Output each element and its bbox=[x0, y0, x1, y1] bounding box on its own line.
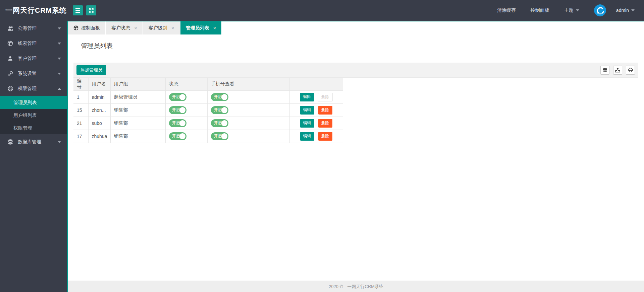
phone-view-toggle[interactable]: 开启 bbox=[211, 132, 228, 140]
sidebar-subitem-admin-list[interactable]: 管理员列表 bbox=[0, 96, 67, 109]
toggle-label: 开启 bbox=[172, 107, 180, 113]
sidebar-item-leads[interactable]: 线索管理 bbox=[0, 36, 67, 51]
sidebar-subitem-user-group-list[interactable]: 用户组列表 bbox=[0, 109, 67, 122]
column-header: 用户组 bbox=[110, 78, 165, 90]
toggle-label: 开启 bbox=[172, 120, 180, 126]
row-status-cell: 开启 bbox=[165, 117, 207, 130]
main-area: 控制面板客户状态×客户级别×管理员列表× 管理员列表 添加管理员 编号用户名用户… bbox=[68, 21, 644, 292]
tab-label: 管理员列表 bbox=[186, 25, 209, 31]
delete-button[interactable]: 删除 bbox=[318, 132, 332, 141]
add-admin-button[interactable]: 添加管理员 bbox=[76, 65, 106, 75]
user-dropdown[interactable]: admin bbox=[616, 8, 635, 13]
username: admin bbox=[616, 8, 629, 13]
export-button[interactable] bbox=[613, 66, 622, 75]
columns-icon bbox=[602, 67, 608, 73]
row-empty-cell bbox=[343, 117, 638, 130]
row-empty-cell bbox=[343, 130, 638, 143]
print-button[interactable] bbox=[626, 66, 635, 75]
table-header-row: 编号用户名用户组状态手机号查看 bbox=[73, 78, 638, 90]
page-title: 管理员列表 bbox=[77, 42, 116, 50]
status-toggle[interactable]: 开启 bbox=[169, 93, 186, 101]
chevron-down-icon bbox=[58, 43, 61, 45]
row-status-cell: 开启 bbox=[165, 103, 207, 117]
row-status-cell: 开启 bbox=[165, 130, 207, 143]
print-icon bbox=[628, 67, 633, 73]
collapse-menu-button[interactable] bbox=[73, 5, 83, 15]
chevron-down-icon bbox=[576, 9, 579, 11]
toggle-knob bbox=[221, 120, 227, 126]
close-icon[interactable]: × bbox=[171, 25, 174, 30]
edit-button[interactable]: 编辑 bbox=[300, 106, 314, 115]
database-icon bbox=[7, 139, 13, 145]
permission-icon bbox=[7, 86, 13, 92]
sidebar-submenu-permissions: 管理员列表用户组列表权限管理 bbox=[0, 96, 67, 134]
sidebar-item-system-settings[interactable]: 系统设置 bbox=[0, 66, 67, 81]
delete-button[interactable]: 删除 bbox=[318, 119, 332, 128]
row-phone-view-cell: 开启 bbox=[207, 117, 289, 130]
columns-button[interactable] bbox=[600, 66, 609, 75]
export-icon bbox=[615, 67, 621, 73]
delete-button[interactable]: 删除 bbox=[318, 106, 332, 115]
row-id: 15 bbox=[73, 103, 88, 117]
row-id: 1 bbox=[73, 90, 88, 103]
column-header: 用户名 bbox=[88, 78, 110, 90]
row-group: 超级管理员 bbox=[110, 90, 165, 103]
dashboard-link[interactable]: 控制面板 bbox=[531, 7, 549, 13]
phone-view-toggle[interactable]: 开启 bbox=[211, 93, 228, 101]
sidebar-item-label: 客户管理 bbox=[18, 56, 58, 62]
status-toggle[interactable]: 开启 bbox=[169, 119, 186, 127]
row-group: 销售部 bbox=[110, 103, 165, 117]
sidebar-subitem-permission-mgmt[interactable]: 权限管理 bbox=[0, 122, 67, 134]
row-username: admin bbox=[88, 90, 110, 103]
chevron-down-icon bbox=[58, 27, 61, 29]
close-icon[interactable]: × bbox=[134, 25, 137, 30]
table-toolbar: 添加管理员 bbox=[73, 63, 638, 78]
toggle-knob bbox=[179, 107, 185, 113]
tab-bar: 控制面板客户状态×客户级别×管理员列表× bbox=[68, 21, 644, 34]
toggle-knob bbox=[179, 120, 185, 126]
avatar[interactable] bbox=[594, 4, 606, 16]
toggle-knob bbox=[221, 107, 227, 113]
sidebar-item-permissions[interactable]: 权限管理 bbox=[0, 81, 67, 96]
chevron-down-icon bbox=[58, 73, 61, 75]
table-row: 1admin超级管理员开启开启编辑删除 bbox=[73, 90, 638, 103]
row-status-cell: 开启 bbox=[165, 90, 207, 103]
close-icon[interactable]: × bbox=[213, 25, 216, 30]
edit-button[interactable]: 编辑 bbox=[300, 119, 314, 128]
hamburger-icon bbox=[75, 8, 80, 13]
row-phone-view-cell: 开启 bbox=[207, 130, 289, 143]
theme-dropdown[interactable]: 主题 bbox=[564, 7, 579, 13]
clear-cache-link[interactable]: 清除缓存 bbox=[497, 7, 516, 13]
globe-icon bbox=[73, 25, 78, 30]
tab-dashboard[interactable]: 控制面板 bbox=[68, 21, 105, 34]
user-icon bbox=[7, 56, 13, 62]
users-icon bbox=[7, 25, 13, 31]
status-toggle[interactable]: 开启 bbox=[169, 132, 186, 140]
edit-button[interactable]: 编辑 bbox=[300, 132, 314, 141]
content: 管理员列表 添加管理员 编号用户名用户组状态手机号查看 1admin超级管理员开… bbox=[68, 34, 644, 281]
row-actions-cell: 编辑删除 bbox=[289, 103, 343, 117]
tab-customer-status[interactable]: 客户状态× bbox=[106, 21, 143, 34]
tab-customer-level[interactable]: 客户级别× bbox=[143, 21, 180, 34]
sidebar-item-label: 权限管理 bbox=[18, 86, 58, 92]
sidebar-item-label: 数据库管理 bbox=[18, 139, 58, 145]
column-header: 编号 bbox=[73, 78, 88, 90]
edit-button[interactable]: 编辑 bbox=[300, 93, 314, 101]
fullscreen-button[interactable] bbox=[86, 5, 96, 15]
toggle-label: 开启 bbox=[172, 94, 180, 100]
row-actions-cell: 编辑删除 bbox=[289, 130, 343, 143]
status-toggle[interactable]: 开启 bbox=[169, 106, 186, 114]
row-username: zhon... bbox=[88, 103, 110, 117]
sidebar-item-public-sea[interactable]: 公海管理 bbox=[0, 21, 67, 36]
phone-view-toggle[interactable]: 开启 bbox=[211, 106, 228, 114]
tab-admin-list[interactable]: 管理员列表× bbox=[180, 21, 222, 34]
sidebar: 公海管理线索管理客户管理系统设置权限管理管理员列表用户组列表权限管理数据库管理 bbox=[0, 21, 68, 292]
sidebar-item-customers[interactable]: 客户管理 bbox=[0, 51, 67, 66]
tab-label: 控制面板 bbox=[81, 25, 100, 31]
toggle-knob bbox=[179, 133, 185, 139]
sidebar-item-database[interactable]: 数据库管理 bbox=[0, 134, 67, 149]
row-actions-cell: 编辑删除 bbox=[289, 117, 343, 130]
phone-view-toggle[interactable]: 开启 bbox=[211, 119, 228, 127]
chevron-up-icon bbox=[58, 88, 61, 90]
row-id: 17 bbox=[73, 130, 88, 143]
